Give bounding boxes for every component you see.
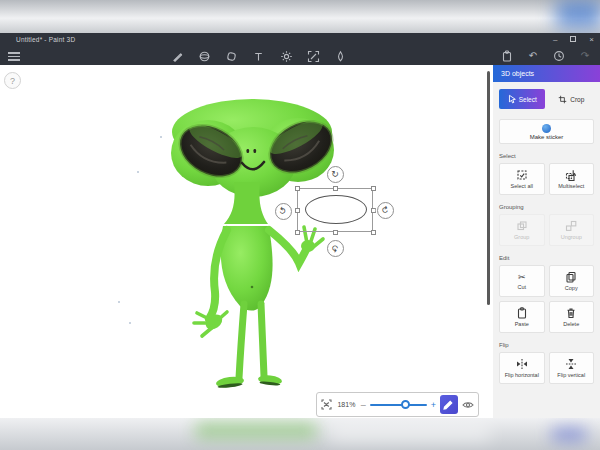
minimize-button[interactable]: –	[553, 33, 557, 47]
flip-vertical-button[interactable]: Flip vertical	[549, 352, 595, 384]
blur-blob	[556, 0, 600, 28]
selection-box[interactable]	[297, 188, 373, 232]
3d-library-icon[interactable]	[334, 49, 348, 63]
trash-icon	[565, 307, 577, 319]
3d-shapes-icon[interactable]	[197, 49, 211, 63]
resize-handle-w[interactable]	[295, 208, 300, 213]
panel-header: 3D objects	[493, 65, 600, 82]
select-all-icon	[516, 169, 528, 181]
titlebar: Untitled* - Paint 3D – ×	[0, 33, 600, 47]
make-sticker-button[interactable]: Make sticker	[499, 119, 594, 144]
drawing-canvas[interactable]: ?	[0, 65, 493, 418]
select-mode-button[interactable]: Select	[499, 89, 545, 109]
sticker-sphere-icon	[542, 124, 551, 133]
flip-horizontal-button[interactable]: Flip horizontal	[499, 352, 545, 384]
tool-icons	[170, 49, 348, 63]
zoom-slider-track	[370, 404, 427, 406]
zoom-slider-thumb[interactable]	[401, 400, 410, 409]
resize-handle-se[interactable]	[371, 230, 376, 235]
command-bar: ↶ ↷	[0, 47, 600, 65]
resize-handle-n[interactable]	[333, 186, 338, 191]
rotate-y-icon: ↻	[379, 204, 391, 216]
maximize-button[interactable]	[570, 33, 576, 47]
rotate-y-handle[interactable]: ↻	[377, 202, 394, 219]
section-label-edit: Edit	[499, 255, 594, 261]
copy-icon	[565, 271, 577, 283]
zoom-out-button[interactable]: –	[361, 400, 366, 410]
redo-icon[interactable]: ↷	[578, 49, 592, 63]
screenshot-frame: Untitled* - Paint 3D – ×	[0, 0, 600, 450]
close-button[interactable]: ×	[589, 33, 594, 47]
select-mode-label: Select	[519, 96, 537, 103]
select-all-button[interactable]: Select all	[499, 163, 545, 195]
blur-blob	[196, 423, 316, 438]
group-button[interactable]: Group	[499, 214, 545, 246]
scissors-icon: ✂	[518, 272, 526, 282]
history-icons: ↶ ↷	[500, 49, 592, 63]
canvas-icon[interactable]	[307, 49, 321, 63]
alien-3d-model[interactable]	[120, 70, 365, 400]
canvas-scrollbar[interactable]	[487, 71, 490, 305]
brush-tool-icon[interactable]	[170, 49, 184, 63]
resize-handle-sw[interactable]	[295, 230, 300, 235]
maximize-icon	[570, 36, 576, 42]
delete-button[interactable]: Delete	[549, 301, 595, 333]
cursor-icon	[507, 94, 516, 104]
blur-blob	[552, 428, 586, 441]
rotate-x-icon: ↺	[277, 205, 289, 217]
menu-button[interactable]	[8, 52, 20, 61]
main-area: ?	[0, 65, 600, 418]
paste-icon	[516, 307, 528, 319]
bottom-blur-band	[0, 418, 600, 450]
paste-button[interactable]: Paste	[499, 301, 545, 333]
crop-mode-label: Crop	[570, 96, 584, 103]
paint3d-window: Untitled* - Paint 3D – ×	[0, 33, 600, 418]
resize-handle-ne[interactable]	[371, 186, 376, 191]
rotate-z-icon: ↻	[331, 169, 339, 179]
history-icon[interactable]	[552, 49, 566, 63]
make-sticker-label: Make sticker	[530, 134, 564, 140]
paste-icon[interactable]	[500, 49, 514, 63]
resize-handle-nw[interactable]	[295, 186, 300, 191]
depth-icon: ↺	[329, 242, 341, 254]
pencil-icon	[443, 399, 454, 410]
copy-button[interactable]: Copy	[549, 265, 595, 297]
3d-objects-panel: 3D objects Select Crop	[493, 65, 600, 418]
window-controls: – ×	[553, 33, 594, 47]
stickers-icon[interactable]	[225, 49, 239, 63]
flip-vertical-icon	[565, 358, 577, 370]
depth-handle[interactable]: ↺	[327, 240, 344, 257]
drawing-mode-button[interactable]	[440, 395, 458, 414]
multiselect-icon	[565, 169, 577, 181]
crop-mode-button[interactable]: Crop	[549, 89, 595, 109]
ungroup-button[interactable]: Ungroup	[549, 214, 595, 246]
crop-icon	[558, 95, 567, 104]
section-label-grouping: Grouping	[499, 204, 594, 210]
zoom-percent: 181%	[336, 401, 357, 408]
effects-icon[interactable]	[279, 49, 293, 63]
zoom-slider[interactable]	[370, 399, 427, 411]
top-blur-band	[0, 0, 600, 33]
mode-row: Select Crop	[499, 89, 594, 109]
multiselect-button[interactable]: Multiselect	[549, 163, 595, 195]
resize-handle-s[interactable]	[333, 230, 338, 235]
view-eye-icon[interactable]	[462, 400, 474, 410]
rotate-x-handle[interactable]: ↺	[275, 203, 292, 220]
text-tool-icon[interactable]	[252, 49, 266, 63]
undo-icon[interactable]: ↶	[526, 49, 540, 63]
section-label-flip: Flip	[499, 342, 594, 348]
section-label-select: Select	[499, 153, 594, 159]
help-button[interactable]: ?	[4, 72, 21, 89]
rotate-z-handle[interactable]: ↻	[327, 166, 344, 183]
resize-handle-e[interactable]	[371, 208, 376, 213]
ungroup-icon	[565, 220, 577, 232]
fit-to-window-icon[interactable]	[321, 399, 332, 410]
window-title: Untitled* - Paint 3D	[16, 36, 75, 43]
zoom-in-button[interactable]: +	[431, 400, 436, 410]
group-icon	[516, 220, 528, 232]
zoom-toolbar: 181% – +	[316, 392, 479, 417]
blur-blob	[330, 426, 490, 440]
cut-button[interactable]: ✂ Cut	[499, 265, 545, 297]
flip-horizontal-icon	[516, 358, 528, 370]
